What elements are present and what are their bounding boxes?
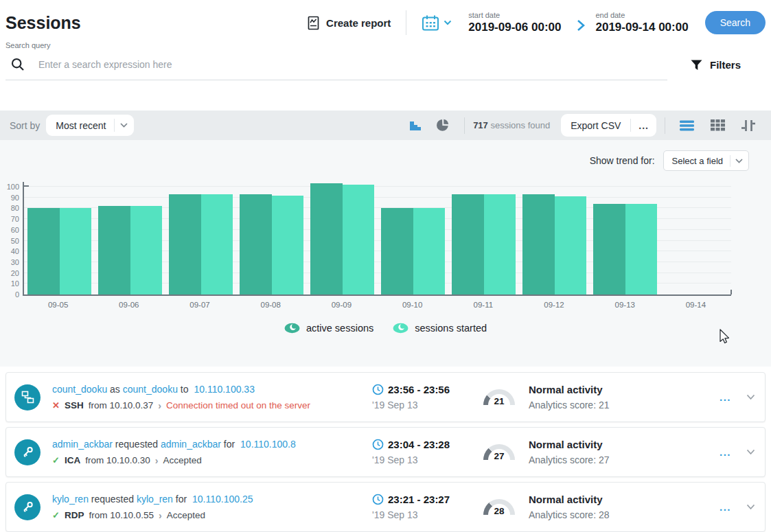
chart-bar-active-sessions[interactable] (381, 208, 413, 294)
bar-chart-view-button[interactable] (403, 119, 430, 131)
session-prep: for (224, 439, 235, 450)
chart-y-tick-label: 0 (0, 290, 19, 299)
chart-bar-active-sessions[interactable] (98, 206, 130, 294)
session-more-button[interactable]: ... (720, 501, 731, 513)
chevron-right-small-icon: › (155, 455, 159, 466)
chart-bar-sessions-started[interactable] (343, 185, 375, 294)
chart-bar-active-sessions[interactable] (593, 204, 625, 294)
trend-field-select[interactable]: Select a field (663, 150, 749, 171)
chart-bar-active-sessions[interactable] (452, 194, 484, 294)
session-date: '19 Sep 13 (372, 454, 470, 465)
sessions-trend-chart: 0102030405060708090100 (23, 182, 731, 296)
chart-bar-sessions-started[interactable] (484, 194, 516, 294)
session-time: 23:21 - 23:27 '19 Sep 13 (372, 494, 470, 520)
session-more-button[interactable]: ... (720, 391, 731, 403)
chart-bar-group (590, 182, 660, 294)
session-user-link[interactable]: kylo_ren (52, 494, 89, 505)
start-date-label: start date (468, 11, 561, 21)
session-protocol: ICA (65, 455, 80, 465)
session-user-link[interactable]: admin_ackbar (52, 439, 113, 450)
chart-bar-sessions-started[interactable] (413, 208, 446, 294)
chart-x-tick-label: 09-14 (660, 301, 731, 309)
end-date-field[interactable]: end date 2019-09-14 00:00 (595, 11, 688, 35)
session-time: 23:04 - 23:28 '19 Sep 13 (372, 439, 470, 465)
chart-bar-group (378, 182, 448, 294)
toolbar-divider (464, 117, 465, 134)
session-list: count_dooku as count_dooku to 10.110.100… (0, 372, 771, 532)
session-time-range: 23:04 - 23:28 (388, 439, 450, 450)
chart-bar-sessions-started[interactable] (555, 196, 587, 294)
chart-y-tick-label: 90 (0, 194, 19, 202)
session-summary: admin_ackbar requested admin_ackbar for … (52, 439, 372, 466)
filter-funnel-icon (691, 60, 702, 71)
sessions-found-count: 717 (473, 120, 488, 130)
create-report-button[interactable]: Create report (307, 16, 391, 30)
session-verb: as (110, 384, 120, 395)
start-date-field[interactable]: start date 2019-09-06 00:00 (468, 11, 561, 35)
chart-bar-active-sessions[interactable] (522, 194, 555, 294)
calendar-picker-button[interactable] (422, 14, 452, 32)
session-user-link[interactable]: count_dooku (52, 384, 107, 395)
pie-chart-view-button[interactable] (430, 119, 456, 132)
session-host-link[interactable]: 10.110.100.25 (192, 494, 253, 505)
search-query-label: Search query (5, 41, 766, 49)
chart-bar-group (519, 182, 590, 294)
chart-bar-group (448, 182, 519, 294)
legend-item[interactable]: sessions started (393, 323, 487, 334)
sort-select[interactable]: Most recent (46, 115, 133, 136)
chart-bar-sessions-started[interactable] (60, 208, 92, 294)
session-expand-button[interactable] (746, 504, 755, 510)
create-report-label: Create report (326, 17, 391, 29)
session-expand-button[interactable] (746, 394, 755, 400)
session-host-link[interactable]: 10.110.100.33 (194, 384, 255, 395)
chart-bar-sessions-started[interactable] (201, 194, 233, 294)
session-target-link[interactable]: count_dooku (123, 384, 178, 395)
chart-bar-sessions-started[interactable] (130, 206, 163, 294)
session-time-range: 23:21 - 23:27 (388, 494, 450, 505)
chart-bar-active-sessions[interactable] (310, 183, 343, 294)
chart-bar-group (95, 182, 165, 294)
session-target-link[interactable]: kylo_ren (137, 494, 173, 505)
flow-view-button[interactable] (735, 119, 761, 132)
chart-bar-active-sessions[interactable] (169, 194, 201, 294)
session-result: Accepted (167, 510, 205, 520)
session-host-link[interactable]: 10.110.100.8 (240, 439, 296, 450)
session-activity: Normal activity Analytics score: 27 (529, 439, 696, 465)
session-target-link[interactable]: admin_ackbar (161, 439, 221, 450)
list-view-button[interactable] (674, 120, 700, 131)
search-input[interactable] (38, 59, 667, 70)
session-row[interactable]: count_dooku as count_dooku to 10.110.100… (5, 372, 766, 422)
session-expand-button[interactable] (746, 449, 755, 455)
session-source: from 10.10.0.30 (85, 455, 150, 465)
filters-button[interactable]: Filters (691, 59, 741, 71)
export-csv-button[interactable]: Export CSV (561, 114, 630, 137)
session-more-button[interactable]: ... (720, 446, 731, 458)
chart-x-tick-label: 09-09 (306, 301, 377, 309)
session-verb: requested (115, 439, 158, 450)
session-row[interactable]: admin_ackbar requested admin_ackbar for … (5, 427, 766, 477)
search-section: Search query Filters (0, 41, 771, 80)
chart-bar-sessions-started[interactable] (625, 204, 658, 294)
chevron-down-icon (120, 123, 128, 128)
chevron-right-small-icon: › (159, 510, 162, 521)
session-row[interactable]: kylo_ren requested kylo_ren for 10.110.1… (5, 482, 766, 532)
chart-bar-sessions-started[interactable] (272, 196, 304, 294)
flow-view-icon (741, 119, 755, 132)
export-more-button[interactable]: ... (631, 120, 656, 131)
session-time: 23:56 - 23:56 '19 Sep 13 (372, 384, 470, 410)
chart-bar-active-sessions[interactable] (240, 194, 272, 294)
legend-item[interactable]: active sessions (284, 323, 373, 334)
sessions-found: 717 sessions found (473, 120, 550, 130)
chart-y-tick-label: 10 (0, 279, 19, 288)
chevron-down-icon (444, 20, 452, 25)
chart-panel: Show trend for: Select a field 010203040… (0, 140, 771, 367)
analytics-score-value: 27 (483, 451, 515, 461)
session-verb: requested (91, 494, 134, 505)
chevron-down-icon (746, 504, 755, 510)
chart-bar-active-sessions[interactable] (27, 208, 60, 294)
search-button[interactable]: Search (705, 11, 766, 34)
chart-legend: active sessionssessions started (0, 323, 771, 334)
table-view-button[interactable] (704, 119, 731, 131)
session-activity: Normal activity Analytics score: 21 (529, 384, 696, 410)
session-activity: Normal activity Analytics score: 28 (529, 494, 696, 520)
